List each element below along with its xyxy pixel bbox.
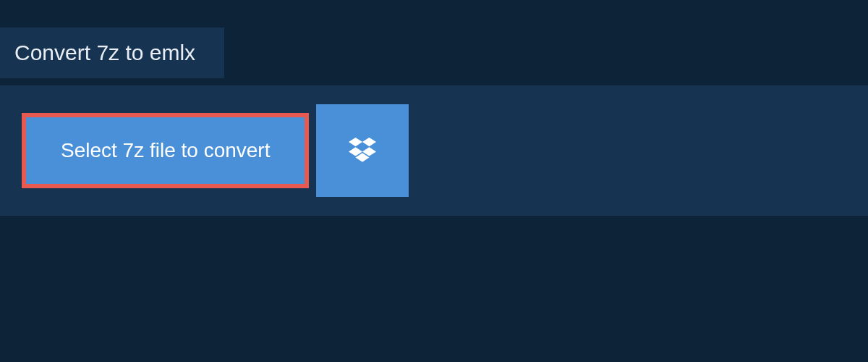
dropbox-icon — [349, 137, 376, 165]
dropbox-button[interactable] — [316, 104, 409, 197]
upload-panel: Select 7z file to convert — [0, 85, 868, 216]
tab-label: Convert 7z to emlx — [14, 41, 195, 64]
select-file-button[interactable]: Select 7z file to convert — [22, 113, 309, 188]
select-file-label: Select 7z file to convert — [61, 139, 270, 161]
tab-convert[interactable]: Convert 7z to emlx — [0, 28, 224, 78]
